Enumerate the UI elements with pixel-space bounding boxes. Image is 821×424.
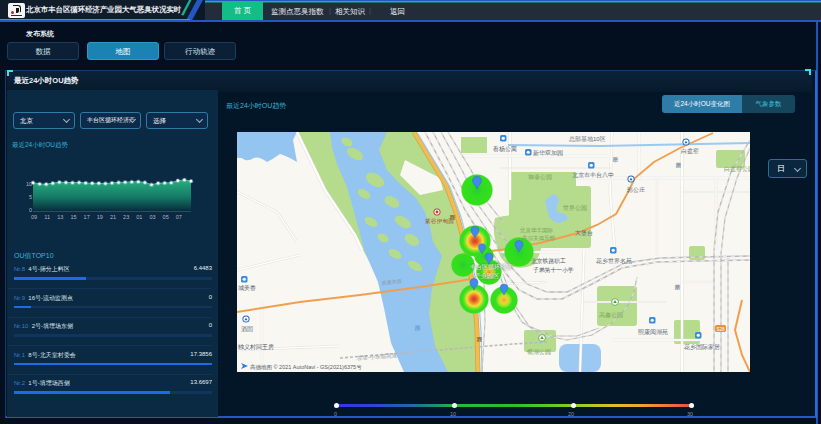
svg-text:北京铁路职工: 北京铁路职工 bbox=[531, 257, 566, 265]
svg-text:郭公庄: 郭公庄 bbox=[626, 186, 645, 194]
svg-text:高尔夫俱乐部: 高尔夫俱乐部 bbox=[522, 235, 556, 242]
svg-text:熙康阅湖苑: 熙康阅湖苑 bbox=[638, 328, 668, 336]
svg-text:北京市丰台八中: 北京市丰台八中 bbox=[572, 171, 614, 179]
svg-text:总部基地10区: 总部基地10区 bbox=[568, 135, 606, 143]
svg-text:酒固: 酒固 bbox=[241, 326, 253, 333]
svg-text:世界公园: 世界公园 bbox=[563, 205, 587, 212]
svg-text:高鑫公园: 高鑫公园 bbox=[599, 311, 623, 319]
svg-text:新华双加园: 新华双加园 bbox=[533, 149, 563, 157]
svg-text:城美春: 城美春 bbox=[238, 284, 256, 292]
svg-text:看杨公寓: 看杨公寓 bbox=[492, 145, 517, 153]
svg-text:丰台区循环经济: 丰台区循环经济 bbox=[470, 263, 512, 271]
svg-text:高德地图 © 2021 AutoNavi - GS(2021: 高德地图 © 2021 AutoNavi - GS(2021)6375号 bbox=[250, 364, 362, 371]
svg-text:产业园区: 产业园区 bbox=[475, 272, 499, 280]
svg-text:紫谷伊甸园: 紫谷伊甸园 bbox=[425, 218, 454, 225]
svg-text:白盆窑: 白盆窑 bbox=[681, 147, 699, 155]
svg-text:独义村回王房: 独义村回王房 bbox=[237, 343, 274, 351]
svg-text:花乡世界名苑: 花乡世界名苑 bbox=[596, 258, 632, 265]
svg-text:银湖公园: 银湖公园 bbox=[526, 348, 551, 356]
svg-text:子弟第十一小学: 子弟第十一小学 bbox=[533, 266, 574, 273]
svg-text:白盆窑公园: 白盆窑公园 bbox=[724, 165, 750, 173]
svg-text:御泰公园: 御泰公园 bbox=[528, 174, 552, 181]
svg-text:花乡国际家居: 花乡国际家居 bbox=[684, 343, 720, 351]
svg-text:北京华丰国际: 北京华丰国际 bbox=[519, 227, 554, 234]
svg-text:大堡台: 大堡台 bbox=[575, 229, 593, 237]
svg-text:S28: S28 bbox=[717, 327, 726, 332]
